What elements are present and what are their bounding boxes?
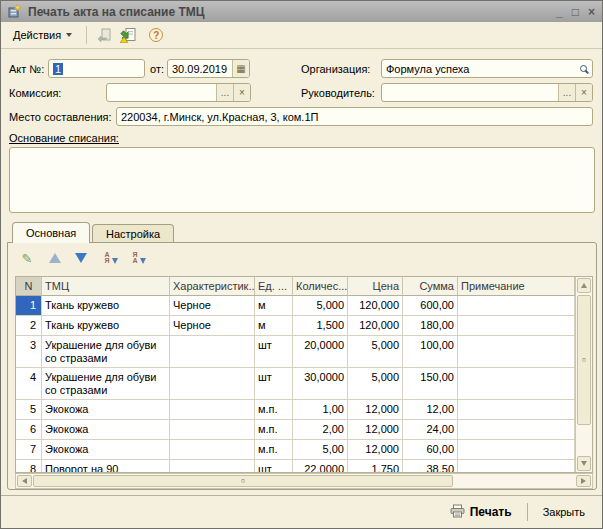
scroll-down-button[interactable] bbox=[577, 456, 591, 471]
cell-note[interactable] bbox=[458, 420, 575, 440]
cell-n[interactable]: 8 bbox=[16, 460, 42, 472]
cell-unit[interactable]: шт bbox=[255, 336, 293, 368]
cell-qty[interactable]: 2,00 bbox=[293, 420, 348, 440]
cell-unit[interactable]: м bbox=[255, 316, 293, 336]
cell-sum[interactable]: 180,00 bbox=[403, 316, 458, 336]
table-row[interactable]: 8Поворот на 90шт22,00001,75038,50 bbox=[16, 460, 575, 472]
cell-sum[interactable]: 60,00 bbox=[403, 440, 458, 460]
column-header-price[interactable]: Цена bbox=[348, 277, 403, 296]
sort-descending-button[interactable]: Я А bbox=[128, 250, 150, 266]
horizontal-scrollbar[interactable] bbox=[15, 473, 593, 489]
cell-sum[interactable]: 38,50 bbox=[403, 460, 458, 472]
cell-sum[interactable]: 100,00 bbox=[403, 336, 458, 368]
edit-row-button[interactable]: ✎ bbox=[18, 250, 36, 266]
cell-unit[interactable]: м.п. bbox=[255, 420, 293, 440]
commission-field[interactable]: ... × bbox=[106, 83, 251, 102]
cell-price[interactable]: 12,000 bbox=[348, 400, 403, 420]
scroll-left-button[interactable] bbox=[17, 475, 32, 487]
cell-n[interactable]: 5 bbox=[16, 400, 42, 420]
refill-icon[interactable] bbox=[118, 25, 138, 45]
cell-n[interactable]: 3 bbox=[16, 336, 42, 368]
cell-sum[interactable]: 24,00 bbox=[403, 420, 458, 440]
cell-n[interactable]: 1 bbox=[16, 296, 42, 316]
lookup-button[interactable] bbox=[575, 60, 592, 77]
calendar-button[interactable]: ▦ bbox=[232, 60, 249, 77]
cell-qty[interactable]: 1,500 bbox=[293, 316, 348, 336]
cell-n[interactable]: 7 bbox=[16, 440, 42, 460]
cell-char[interactable] bbox=[170, 336, 255, 368]
cell-price[interactable]: 12,000 bbox=[348, 440, 403, 460]
close-button[interactable]: × bbox=[588, 6, 595, 18]
place-field[interactable]: 220034, г.Минск, ул.Красная, 3, ком.1П bbox=[116, 107, 593, 126]
column-header-note[interactable]: Примечание bbox=[458, 277, 575, 296]
table-row[interactable]: 6Экокожам.п.2,0012,00024,00 bbox=[16, 420, 575, 440]
tab-settings[interactable]: Настройка bbox=[92, 224, 174, 243]
manager-select-button[interactable]: ... bbox=[558, 84, 575, 101]
actions-menu-button[interactable]: Действия bbox=[6, 25, 79, 45]
cell-price[interactable]: 120,000 bbox=[348, 316, 403, 336]
cell-n[interactable]: 6 bbox=[16, 420, 42, 440]
cell-note[interactable] bbox=[458, 316, 575, 336]
move-row-down-button[interactable] bbox=[72, 250, 90, 266]
cell-char[interactable]: Черное bbox=[170, 296, 255, 316]
column-header-n[interactable]: N bbox=[16, 277, 42, 296]
column-header-qty[interactable]: Количес... bbox=[293, 277, 348, 296]
cell-unit[interactable]: м.п. bbox=[255, 400, 293, 420]
column-header-tmc[interactable]: ТМЦ bbox=[42, 277, 170, 296]
cell-tmc[interactable]: Украшение для обуви со стразами bbox=[42, 336, 170, 368]
cell-unit[interactable]: шт bbox=[255, 460, 293, 472]
cell-note[interactable] bbox=[458, 296, 575, 316]
reason-textarea[interactable] bbox=[9, 147, 595, 213]
cell-note[interactable] bbox=[458, 400, 575, 420]
cell-sum[interactable]: 150,00 bbox=[403, 368, 458, 400]
cell-unit[interactable]: м.п. bbox=[255, 440, 293, 460]
maximize-button[interactable]: □ bbox=[572, 6, 579, 18]
commission-select-button[interactable]: ... bbox=[216, 84, 233, 101]
column-header-sum[interactable]: Сумма bbox=[403, 277, 458, 296]
titlebar[interactable]: Печать акта на списание ТМЦ _ □ × bbox=[1, 1, 602, 22]
column-header-unit[interactable]: Ед. ... bbox=[255, 277, 293, 296]
cell-sum[interactable]: 600,00 bbox=[403, 296, 458, 316]
cell-char[interactable]: Черное bbox=[170, 316, 255, 336]
cell-price[interactable]: 5,000 bbox=[348, 336, 403, 368]
cell-note[interactable] bbox=[458, 368, 575, 400]
table-row[interactable]: 3Украшение для обуви со стразамишт20,000… bbox=[16, 336, 575, 368]
horizontal-scroll-thumb[interactable] bbox=[33, 475, 453, 487]
cell-tmc[interactable]: Экокожа bbox=[42, 440, 170, 460]
cell-price[interactable]: 5,000 bbox=[348, 368, 403, 400]
cell-tmc[interactable]: Поворот на 90 bbox=[42, 460, 170, 472]
cell-price[interactable]: 120,000 bbox=[348, 296, 403, 316]
act-number-field[interactable]: 1 bbox=[48, 59, 145, 78]
cell-tmc[interactable]: Ткань кружево bbox=[42, 296, 170, 316]
cell-char[interactable] bbox=[170, 460, 255, 472]
cell-qty[interactable]: 5,00 bbox=[293, 440, 348, 460]
cell-tmc[interactable]: Экокожа bbox=[42, 400, 170, 420]
commission-clear-button[interactable]: × bbox=[233, 84, 250, 101]
cell-note[interactable] bbox=[458, 460, 575, 472]
table-row[interactable]: 5Экокожам.п.1,0012,00012,00 bbox=[16, 400, 575, 420]
cell-price[interactable]: 1,750 bbox=[348, 460, 403, 472]
close-form-button[interactable]: Закрыть bbox=[536, 501, 592, 523]
table-row[interactable]: 1Ткань кружевоЧерноем5,000120,000600,00 bbox=[16, 296, 575, 316]
cell-n[interactable]: 2 bbox=[16, 316, 42, 336]
vertical-scroll-thumb[interactable] bbox=[577, 295, 591, 425]
cell-qty[interactable]: 30,0000 bbox=[293, 368, 348, 400]
cell-qty[interactable]: 1,00 bbox=[293, 400, 348, 420]
cell-sum[interactable]: 12,00 bbox=[403, 400, 458, 420]
minimize-button[interactable]: _ bbox=[556, 6, 563, 18]
help-button[interactable]: ? bbox=[146, 25, 166, 45]
sort-ascending-button[interactable]: А Я bbox=[100, 250, 122, 266]
table-row[interactable]: 4Украшение для обуви со стразамишт30,000… bbox=[16, 368, 575, 400]
tab-main[interactable]: Основная bbox=[12, 222, 90, 243]
print-button[interactable]: Печать bbox=[443, 499, 519, 525]
cell-char[interactable] bbox=[170, 400, 255, 420]
reread-icon[interactable] bbox=[94, 25, 114, 45]
cell-note[interactable] bbox=[458, 440, 575, 460]
cell-qty[interactable]: 22,0000 bbox=[293, 460, 348, 472]
organization-field[interactable]: Формула успеха bbox=[381, 59, 593, 78]
column-header-char[interactable]: Характеристик... bbox=[170, 277, 255, 296]
cell-char[interactable] bbox=[170, 440, 255, 460]
vertical-scrollbar[interactable] bbox=[575, 277, 592, 472]
manager-field[interactable]: ... × bbox=[381, 83, 593, 102]
cell-unit[interactable]: м bbox=[255, 296, 293, 316]
